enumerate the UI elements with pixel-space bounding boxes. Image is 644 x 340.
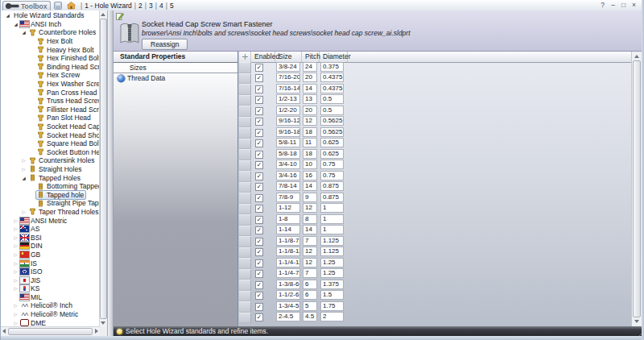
size-input[interactable]: 5/8-18: [276, 149, 300, 159]
enabled-checkbox[interactable]: ✓: [255, 85, 263, 93]
pitch-input[interactable]: 11: [303, 138, 317, 147]
expander-collapsed-icon[interactable]: ▷: [20, 158, 27, 163]
column-header-pitch[interactable]: Pitch: [302, 52, 320, 62]
tree-vertical-scrollbar[interactable]: [99, 10, 107, 327]
pitch-input[interactable]: 7: [303, 268, 317, 278]
enabled-checkbox[interactable]: ✓: [255, 172, 263, 180]
size-input[interactable]: 1-1/8-12: [276, 247, 300, 256]
diameter-input[interactable]: 1.5: [320, 290, 344, 300]
enabled-checkbox[interactable]: ✓: [255, 226, 263, 234]
tree-item-is[interactable]: ▷IS: [1, 259, 100, 267]
size-input[interactable]: 7/16-14: [276, 84, 300, 93]
pitch-input[interactable]: 24: [303, 62, 317, 72]
wizard-tab-2[interactable]: 2: [138, 2, 142, 10]
diameter-input[interactable]: 0.375: [320, 62, 344, 72]
diameter-input[interactable]: 0.625: [320, 138, 344, 147]
enabled-checkbox[interactable]: ✓: [255, 194, 263, 202]
diameter-input[interactable]: 1.375: [320, 280, 344, 289]
pitch-input[interactable]: 8: [303, 214, 317, 224]
pitch-input[interactable]: 7: [303, 236, 317, 246]
pitch-input[interactable]: 20: [303, 73, 317, 82]
size-input[interactable]: 7/8-14: [276, 181, 300, 191]
pitch-input[interactable]: 20: [303, 106, 317, 115]
row-header-cell[interactable]: [239, 149, 251, 160]
row-header-cell[interactable]: [239, 226, 251, 237]
enabled-checkbox[interactable]: ✓: [255, 238, 263, 246]
tree-item-din[interactable]: ▷DIN: [1, 242, 100, 251]
pitch-input[interactable]: 14: [303, 181, 317, 191]
help-button[interactable]: ?: [598, 1, 607, 9]
row-header-cell[interactable]: [239, 247, 251, 259]
enabled-checkbox[interactable]: ✓: [255, 205, 263, 213]
enabled-checkbox[interactable]: ✓: [255, 64, 263, 72]
reassign-button[interactable]: Reassign: [142, 39, 188, 50]
enabled-checkbox[interactable]: ✓: [255, 259, 263, 267]
row-header-cell[interactable]: [239, 73, 251, 85]
tree-item-bottoming-tapped-hole[interactable]: Bottoming Tapped Hole: [1, 182, 100, 191]
pitch-input[interactable]: 12: [303, 116, 317, 126]
pitch-input[interactable]: 12: [303, 247, 317, 256]
enabled-checkbox[interactable]: ✓: [255, 151, 263, 159]
row-header-cell[interactable]: [239, 182, 251, 193]
diameter-input[interactable]: 0.875: [320, 181, 344, 191]
pitch-input[interactable]: 10: [303, 160, 317, 169]
enabled-checkbox[interactable]: ✓: [255, 313, 263, 321]
expander-collapsed-icon[interactable]: ▷: [20, 167, 27, 172]
tree-item-ks[interactable]: ▷KS: [1, 284, 100, 293]
tree-item-helicoil-metric[interactable]: ▷Helicoil® Metric: [1, 310, 100, 319]
expander-collapsed-icon[interactable]: ▷: [12, 303, 19, 308]
size-input[interactable]: 1-14: [276, 225, 300, 234]
properties-item-thread-data[interactable]: Thread Data: [114, 73, 237, 83]
diameter-input[interactable]: 0.875: [320, 193, 344, 202]
pitch-input[interactable]: 16: [303, 171, 317, 180]
row-header-cell[interactable]: [239, 160, 251, 172]
diameter-input[interactable]: 1: [320, 225, 344, 234]
enabled-checkbox[interactable]: ✓: [255, 248, 263, 256]
wizard-tab-5[interactable]: 5: [170, 2, 174, 10]
home-icon[interactable]: [67, 2, 76, 10]
enabled-checkbox[interactable]: ✓: [255, 129, 263, 137]
diameter-input[interactable]: 2: [320, 312, 344, 321]
row-header-cell[interactable]: [239, 171, 251, 182]
enabled-checkbox[interactable]: ✓: [255, 107, 263, 115]
wizard-tab-1-hole-wizard[interactable]: 1 - Hole Wizard: [85, 2, 132, 10]
tree-item-bsi[interactable]: ▷BSI: [1, 233, 100, 242]
column-header-size[interactable]: Size: [275, 52, 302, 62]
expander-collapsed-icon[interactable]: ▷: [12, 235, 19, 240]
diameter-input[interactable]: 1: [320, 203, 344, 213]
diameter-input[interactable]: 0.5: [320, 106, 344, 115]
size-input[interactable]: 1/2-20: [276, 106, 300, 115]
tree-item-as[interactable]: ▷AS: [1, 225, 100, 234]
diameter-input[interactable]: 1.25: [320, 268, 344, 278]
column-header-enabled[interactable]: Enabled: [251, 52, 275, 62]
expander-collapsed-icon[interactable]: ▷: [12, 278, 19, 283]
row-header-cell[interactable]: [239, 204, 251, 215]
size-input[interactable]: 7/16-20: [276, 73, 300, 82]
size-input[interactable]: 1-1/2-6: [276, 290, 300, 300]
diameter-input[interactable]: 1.25: [320, 258, 344, 267]
row-header-cell[interactable]: [239, 106, 251, 117]
enabled-checkbox[interactable]: ✓: [255, 303, 263, 311]
row-header-cell[interactable]: [239, 258, 251, 269]
size-input[interactable]: 1/2-13: [276, 94, 300, 104]
toolbox-logo-tab[interactable]: Toolbox: [2, 1, 51, 10]
expander-expanded-icon[interactable]: ◢: [4, 13, 11, 18]
expander-collapsed-icon[interactable]: ▷: [12, 321, 19, 325]
panel-splitter[interactable]: [108, 10, 114, 336]
size-input[interactable]: 9/16-12: [276, 116, 300, 126]
row-header-cell[interactable]: [239, 117, 251, 128]
size-input[interactable]: 1-3/8-6: [276, 280, 300, 289]
size-input[interactable]: 2-4.5: [276, 312, 300, 321]
pitch-input[interactable]: 6: [303, 290, 317, 300]
diameter-input[interactable]: 0.4375: [320, 73, 344, 82]
size-input[interactable]: 3/8-24: [276, 62, 300, 72]
row-header-cell[interactable]: [239, 214, 251, 226]
enabled-checkbox[interactable]: ✓: [255, 96, 263, 104]
tree-item-ansi-metric[interactable]: ▷ANSI Metric: [1, 216, 100, 225]
size-input[interactable]: 7/8-9: [276, 193, 300, 202]
enabled-checkbox[interactable]: ✓: [255, 74, 263, 82]
close-button[interactable]: ×: [630, 1, 638, 9]
diameter-input[interactable]: 1: [320, 214, 344, 224]
pitch-input[interactable]: 13: [303, 94, 317, 104]
expander-collapsed-icon[interactable]: ▷: [12, 218, 19, 223]
